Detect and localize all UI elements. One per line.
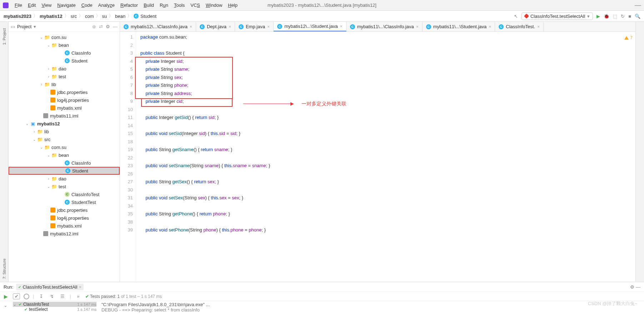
tree-item[interactable]: ›📁lib	[9, 80, 120, 88]
menu-window[interactable]: Window	[203, 1, 225, 9]
tree-item[interactable]: jdbc.properties	[9, 206, 120, 214]
locate-icon[interactable]: ⊕	[92, 24, 96, 29]
tree-item[interactable]: ⌄📁bean	[9, 151, 120, 159]
test-tree-panel[interactable]: ⌄✔ClassInfoTest1 s 147 ms✔testSelect1 s …	[11, 301, 99, 313]
tree-item[interactable]: ⌄📁test	[9, 183, 120, 190]
menu-analyze[interactable]: Analyze	[96, 1, 117, 9]
gear-icon[interactable]: ⚙ —	[630, 284, 640, 290]
bc-module[interactable]: mybatis12	[40, 14, 63, 19]
bc-com[interactable]: com	[85, 14, 94, 19]
editor-tab[interactable]: CEmp.java×	[235, 22, 274, 31]
run-tool-window: Run: ✔ ClassInfoTest.testSelectAll × ⚙ —…	[0, 282, 644, 313]
tree-item[interactable]: mybatis.xml	[9, 104, 120, 112]
line-gutter: 1234567891011141518192223262730313435383…	[120, 32, 136, 282]
project-view-icon[interactable]: ▭	[11, 24, 15, 29]
close-icon[interactable]: ×	[489, 24, 491, 29]
project-tree[interactable]: ⌄📁com.su⌄📁beanCClassInfoCStudent›📁dao›📁t…	[9, 32, 120, 282]
tree-item[interactable]: CStudent	[9, 167, 120, 175]
tree-item[interactable]: ⌄📁bean	[9, 41, 120, 49]
bc-class[interactable]: Student	[140, 14, 156, 19]
tree-item[interactable]: CClassInfoTest	[9, 190, 120, 198]
tree-item[interactable]: jdbc.properties	[9, 88, 120, 96]
menu-edit[interactable]: Edit	[25, 1, 38, 9]
run-tab[interactable]: ✔ ClassInfoTest.testSelectAll ×	[16, 284, 84, 290]
editor-tab[interactable]: Cmybatis12\...\ClassInfo.java×	[120, 22, 196, 31]
profile-button[interactable]: ↻	[621, 14, 625, 19]
minimize-button[interactable]: —	[635, 1, 641, 9]
expand-icon[interactable]: ☰	[59, 294, 66, 299]
editor-tab[interactable]: Cmybatis11\...\ClassInfo.java×	[346, 22, 423, 31]
collapse-icon[interactable]: —	[113, 24, 118, 29]
console-line: "C:\Program Files\Java\jdk1.8.0_231\bin\…	[101, 302, 641, 307]
tree-item[interactable]: CStudent	[9, 57, 120, 65]
close-icon[interactable]: ×	[340, 24, 343, 29]
rail-project[interactable]: 1: Project	[2, 25, 6, 48]
editor-tab[interactable]: Cmybatis11\...\Student.java×	[423, 22, 495, 31]
close-icon[interactable]: ×	[79, 284, 82, 290]
coverage-button[interactable]: ⬚	[613, 14, 617, 19]
menu-code[interactable]: Code	[79, 1, 95, 9]
rerun-button[interactable]: ▶	[2, 294, 9, 299]
menu-vcs[interactable]: VCS	[188, 1, 203, 9]
debug-button[interactable]: 🐞	[604, 14, 609, 19]
tree-item[interactable]: mybatis11.iml	[9, 112, 120, 120]
tree-item[interactable]: log4j.properties	[9, 96, 120, 104]
tree-item[interactable]: mybatis.xml	[9, 222, 120, 230]
stop-button[interactable]	[24, 294, 29, 299]
stop-button[interactable]: ■	[628, 14, 631, 19]
menu-run[interactable]: Run	[157, 1, 171, 9]
search-icon[interactable]: 🔍	[635, 14, 640, 19]
tree-item[interactable]: ⌄📁src	[9, 135, 120, 143]
close-icon[interactable]: ×	[190, 24, 192, 29]
editor-tab[interactable]: CClassInfoTest.×	[495, 22, 544, 31]
test-row[interactable]: ⌄✔ClassInfoTest1 s 147 ms	[13, 302, 96, 307]
tree-item[interactable]: ›📁test	[9, 73, 120, 80]
menu-refactor[interactable]: Refactor	[118, 1, 140, 9]
toggle-1[interactable]: ✔	[13, 293, 20, 299]
close-icon[interactable]: ×	[267, 24, 270, 29]
tree-item[interactable]: CStudentTest	[9, 198, 120, 206]
console-output[interactable]: "C:\Program Files\Java\jdk1.8.0_231\bin\…	[99, 301, 644, 313]
sort-icon[interactable]: ↧	[38, 294, 45, 299]
close-icon[interactable]: ×	[537, 24, 540, 29]
chevron-down-icon[interactable]: ▾	[34, 24, 36, 29]
tree-item[interactable]: ⌄📁com.su	[9, 143, 120, 151]
tree-item[interactable]: log4j.properties	[9, 214, 120, 222]
gear-icon[interactable]: ⚙	[106, 24, 110, 29]
editor-tab[interactable]: CDept.java×	[196, 22, 235, 31]
run-button[interactable]: ▶	[596, 14, 600, 19]
menu-file[interactable]: File	[12, 1, 25, 9]
close-icon[interactable]: ×	[229, 24, 231, 29]
bc-bean[interactable]: bean	[115, 14, 125, 19]
chevron-icon[interactable]: ⌄	[4, 303, 8, 308]
close-icon[interactable]: ×	[416, 24, 419, 29]
expand-icon[interactable]: ⇄	[99, 24, 103, 29]
menu-view[interactable]: View	[39, 1, 54, 9]
warnings-indicator[interactable]: 7	[624, 34, 633, 42]
menu-help[interactable]: Help	[225, 1, 240, 9]
bc-su[interactable]: su	[102, 14, 107, 19]
tree-item[interactable]: CClassInfo	[9, 49, 120, 57]
tree-item[interactable]: ⌄▣mybatis12	[9, 120, 120, 128]
menu-build[interactable]: Build	[141, 1, 156, 9]
tree-item[interactable]: ›📁dao	[9, 175, 120, 183]
test-row[interactable]: ✔testSelect1 s 147 ms	[13, 307, 96, 312]
bc-src[interactable]: src	[71, 14, 77, 19]
editor-tab[interactable]: Cmybatis12\...\Student.java×	[274, 22, 346, 31]
menu-tools[interactable]: Tools	[171, 1, 187, 9]
back-icon[interactable]: ↖	[514, 14, 518, 19]
filter-icon[interactable]: ↯	[48, 294, 55, 299]
arrow-line	[243, 104, 293, 104]
history-icon[interactable]: »	[75, 294, 82, 299]
tree-item[interactable]: ⌄📁com.su	[9, 33, 120, 41]
run-config-selector[interactable]: ClassInfoTest.testSelectAll ▾	[521, 13, 593, 20]
tree-item[interactable]: ›📁lib	[9, 128, 120, 135]
code-editor[interactable]: package com.su.bean; public class Studen…	[136, 32, 635, 282]
menu-navigate[interactable]: Navigate	[55, 1, 78, 9]
rail-structure[interactable]: 7: Structure	[2, 256, 6, 282]
left-tool-rail: 1: Project 7: Structure	[0, 22, 9, 282]
tree-item[interactable]: CClassInfo	[9, 159, 120, 167]
tree-item[interactable]: mybatis12.iml	[9, 230, 120, 238]
tree-item[interactable]: ›📁dao	[9, 65, 120, 73]
bc-root[interactable]: mybatis2023	[4, 14, 31, 19]
